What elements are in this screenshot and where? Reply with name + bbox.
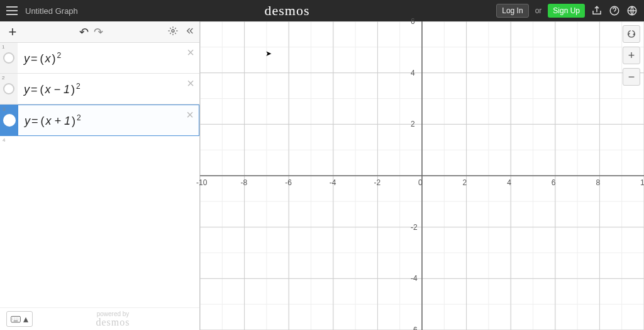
row-index: 4 <box>0 136 199 144</box>
y-tick-label: -6 <box>411 326 418 330</box>
expression-input[interactable]: y=(x − 1)2 <box>18 82 182 96</box>
main-area: + ↶ ↷ 1 y=(x)2 × 2 <box>0 21 644 330</box>
language-icon[interactable] <box>626 5 638 16</box>
expression-list: 1 y=(x)2 × 2 y=(x − 1)2 × 3 y=(x + 1)2 <box>0 43 199 307</box>
expression-row[interactable]: 2 y=(x − 1)2 × <box>0 74 199 105</box>
visibility-toggle-icon[interactable] <box>3 52 14 64</box>
settings-icon[interactable] <box>168 26 178 38</box>
login-button[interactable]: Log In <box>496 4 528 18</box>
x-tick-label: 2 <box>463 178 467 187</box>
x-tick-label: 0 <box>418 178 423 187</box>
sidebar-footer: ▴ powered by desmos <box>0 307 199 330</box>
zoom-in-button[interactable]: + <box>623 47 640 64</box>
visibility-toggle-icon[interactable] <box>3 114 16 127</box>
collapse-panel-icon[interactable] <box>184 26 194 38</box>
x-tick-label: -2 <box>374 178 380 187</box>
y-tick-label: 4 <box>411 69 415 77</box>
expression-toolbar: + ↶ ↷ <box>0 21 199 43</box>
graph-title[interactable]: Untitled Graph <box>25 6 78 16</box>
help-icon[interactable] <box>609 5 620 16</box>
or-text: or <box>535 6 542 15</box>
hamburger-menu-icon[interactable] <box>6 6 18 15</box>
add-expression-button[interactable]: + <box>5 24 20 40</box>
app-header: Untitled Graph desmos Log In or Sign Up <box>0 0 644 21</box>
share-icon[interactable] <box>591 5 602 16</box>
x-tick-label: -8 <box>241 178 248 187</box>
expression-row[interactable]: 1 y=(x)2 × <box>0 43 199 74</box>
expression-input[interactable]: y=(x)2 <box>18 51 182 65</box>
row-index: 3 <box>3 106 5 112</box>
x-tick-label: -10 <box>196 178 207 187</box>
svg-point-2 <box>172 30 174 32</box>
graph-area[interactable]: 0246810-10-8-6-4-2246-6-4-2 ➤ + − <box>200 21 644 330</box>
x-tick-label: 10 <box>640 178 644 187</box>
expression-input[interactable]: y=(x + 1)2 <box>18 113 181 128</box>
keyboard-toggle-button[interactable]: ▴ <box>6 311 33 327</box>
visibility-toggle-icon[interactable] <box>3 83 14 94</box>
x-tick-label: -6 <box>285 178 292 187</box>
row-index: 1 <box>2 44 4 50</box>
x-tick-label: 4 <box>507 178 511 187</box>
chevron-up-icon: ▴ <box>23 313 28 325</box>
signup-button[interactable]: Sign Up <box>548 4 585 18</box>
row-index: 2 <box>2 75 4 81</box>
graph-controls: + − <box>623 25 640 86</box>
expression-panel: + ↶ ↷ 1 y=(x)2 × 2 <box>0 21 200 330</box>
x-tick-label: -4 <box>330 178 336 187</box>
expression-row[interactable]: 3 y=(x + 1)2 × <box>0 105 199 136</box>
y-tick-label: 6 <box>411 17 415 26</box>
graph-settings-button[interactable] <box>623 25 640 43</box>
undo-button[interactable]: ↶ <box>79 25 89 39</box>
y-tick-label: -2 <box>411 223 418 232</box>
x-tick-label: 8 <box>596 178 600 187</box>
desmos-logo: desmos <box>265 3 310 19</box>
y-tick-label: 2 <box>411 120 415 128</box>
redo-button[interactable]: ↷ <box>94 25 103 39</box>
delete-expression-icon[interactable]: × <box>182 45 199 60</box>
zoom-out-button[interactable]: − <box>623 68 640 86</box>
delete-expression-icon[interactable]: × <box>182 76 199 91</box>
delete-expression-icon[interactable]: × <box>181 108 199 122</box>
grid-canvas <box>200 21 644 330</box>
powered-by: powered by desmos <box>33 311 193 327</box>
y-tick-label: -4 <box>411 274 418 283</box>
svg-rect-3 <box>11 316 21 322</box>
x-tick-label: 6 <box>552 178 556 187</box>
